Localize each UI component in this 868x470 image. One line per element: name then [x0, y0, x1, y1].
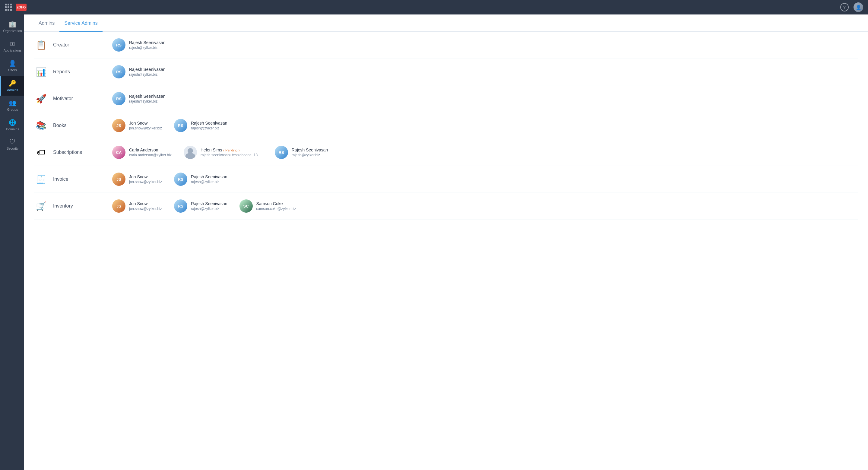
help-icon[interactable]: ?: [840, 3, 849, 11]
admin-info-rajesh4: Rajesh Seenivasan rajesh@zylker.biz: [191, 121, 227, 130]
admin-item-jon3: JS Jon Snow jon.snow@zylker.biz: [112, 199, 162, 213]
admin-email-helen1: rajesh.seenivasan+testzohoone_18_...: [200, 153, 263, 157]
admins-list-subscriptions: CA Carla Anderson carla.anderson@zylker.…: [112, 146, 858, 159]
tabs: AdminsService Admins: [24, 14, 868, 32]
tab-service-admins[interactable]: Service Admins: [59, 14, 102, 32]
sidebar-item-organization[interactable]: 🏢 Organization: [0, 17, 24, 36]
zoho-logo-box: ZOHO: [16, 4, 27, 11]
service-name-inventory: Inventory: [53, 203, 73, 209]
avatar-rajesh4: RS: [174, 119, 187, 132]
avatar-rajesh1: RS: [112, 38, 125, 52]
avatar-rajesh5: RS: [275, 146, 288, 159]
sidebar-label-users: Users: [8, 68, 17, 72]
admin-name-carla1: Carla Anderson: [129, 148, 172, 152]
admin-name-rajesh2: Rajesh Seenivasan: [129, 67, 165, 72]
sidebar-label-security: Security: [7, 147, 19, 151]
sidebar-item-users[interactable]: 👤 Users: [0, 56, 24, 76]
sidebar-item-admins[interactable]: 🔑 Admins: [0, 76, 24, 96]
service-row-inventory: 🛒 Inventory JS Jon Snow jon.snow@zylker.…: [34, 193, 858, 220]
security-icon: 🛡: [10, 138, 16, 146]
sidebar-item-domains[interactable]: 🌐 Domains: [0, 115, 24, 135]
service-row-books: 📚 Books JS Jon Snow jon.snow@zylker.biz …: [34, 112, 858, 139]
user-avatar[interactable]: 👤: [854, 2, 863, 12]
service-name-col-creator: 📋 Creator: [34, 38, 112, 52]
admin-name-rajesh6: Rajesh Seenivasan: [191, 175, 227, 179]
service-name-creator: Creator: [53, 42, 69, 48]
admin-info-jon2: Jon Snow jon.snow@zylker.biz: [129, 175, 162, 184]
service-row-subscriptions: 🏷 Subscriptions CA Carla Anderson carla.…: [34, 139, 858, 166]
service-icon-subscriptions: 🏷: [34, 145, 48, 160]
avatar-helen1: [184, 146, 197, 159]
admin-item-rajesh7: RS Rajesh Seenivasan rajesh@zylker.biz: [174, 199, 227, 213]
service-name-invoice: Invoice: [53, 177, 68, 182]
pending-badge-helen1: ( Pending ): [223, 149, 240, 152]
topbar: ZOHO ? 👤: [0, 0, 868, 14]
service-name-books: Books: [53, 123, 66, 128]
domains-icon: 🌐: [9, 119, 16, 126]
admin-email-rajesh3: rajesh@zylker.biz: [129, 99, 165, 103]
admin-info-jon1: Jon Snow jon.snow@zylker.biz: [129, 121, 162, 130]
sidebar-label-organization: Organization: [3, 29, 22, 33]
admin-item-jon2: JS Jon Snow jon.snow@zylker.biz: [112, 173, 162, 186]
admin-item-rajesh6: RS Rajesh Seenivasan rajesh@zylker.biz: [174, 173, 227, 186]
admins-list-creator: RS Rajesh Seenivasan rajesh@zylker.biz: [112, 38, 858, 52]
admin-email-jon2: jon.snow@zylker.biz: [129, 180, 162, 184]
admin-name-rajesh4: Rajesh Seenivasan: [191, 121, 227, 125]
service-name-col-inventory: 🛒 Inventory: [34, 199, 112, 213]
admin-item-jon1: JS Jon Snow jon.snow@zylker.biz: [112, 119, 162, 132]
admin-name-jon3: Jon Snow: [129, 201, 162, 206]
service-name-col-invoice: 🧾 Invoice: [34, 172, 112, 186]
avatar-rajesh7: RS: [174, 199, 187, 213]
sidebar-item-groups[interactable]: 👥 Groups: [0, 96, 24, 115]
service-name-col-books: 📚 Books: [34, 118, 112, 133]
admins-list-inventory: JS Jon Snow jon.snow@zylker.biz RS Rajes…: [112, 199, 858, 213]
service-name-motivator: Motivator: [53, 96, 73, 101]
sidebar-item-applications[interactable]: ⊞ Applications: [0, 36, 24, 56]
admin-info-samson1: Samson Coke samson.coke@zylker.biz: [256, 201, 296, 211]
admin-email-rajesh4: rajesh@zylker.biz: [191, 126, 227, 130]
admin-info-rajesh2: Rajesh Seenivasan rajesh@zylker.biz: [129, 67, 165, 76]
tab-admins[interactable]: Admins: [34, 14, 59, 32]
avatar-rajesh3: RS: [112, 92, 125, 105]
admin-info-rajesh7: Rajesh Seenivasan rajesh@zylker.biz: [191, 201, 227, 211]
service-name-col-subscriptions: 🏷 Subscriptions: [34, 145, 112, 160]
grid-menu-icon[interactable]: [5, 4, 12, 11]
service-name-col-motivator: 🚀 Motivator: [34, 91, 112, 106]
admin-email-jon3: jon.snow@zylker.biz: [129, 207, 162, 211]
service-icon-creator: 📋: [34, 38, 48, 52]
service-icon-reports: 📊: [34, 65, 48, 79]
admin-name-helen1: Helen Sims( Pending ): [200, 148, 263, 152]
admin-name-rajesh5: Rajesh Seenivasan: [292, 148, 328, 152]
avatar-jon1: JS: [112, 119, 125, 132]
admins-list-reports: RS Rajesh Seenivasan rajesh@zylker.biz: [112, 65, 858, 79]
service-row-reports: 📊 Reports RS Rajesh Seenivasan rajesh@zy…: [34, 59, 858, 85]
admin-email-jon1: jon.snow@zylker.biz: [129, 126, 162, 130]
service-name-col-reports: 📊 Reports: [34, 65, 112, 79]
admin-info-helen1: Helen Sims( Pending ) rajesh.seenivasan+…: [200, 148, 263, 157]
admin-info-rajesh6: Rajesh Seenivasan rajesh@zylker.biz: [191, 175, 227, 184]
admin-info-carla1: Carla Anderson carla.anderson@zylker.biz: [129, 148, 172, 157]
topbar-left: ZOHO: [5, 4, 29, 11]
logo: ZOHO: [16, 4, 29, 11]
admin-name-rajesh3: Rajesh Seenivasan: [129, 94, 165, 99]
admin-item-rajesh5: RS Rajesh Seenivasan rajesh@zylker.biz: [275, 146, 328, 159]
admin-info-rajesh3: Rajesh Seenivasan rajesh@zylker.biz: [129, 94, 165, 103]
admin-name-samson1: Samson Coke: [256, 201, 296, 206]
avatar-rajesh2: RS: [112, 65, 125, 79]
admin-item-rajesh3: RS Rajesh Seenivasan rajesh@zylker.biz: [112, 92, 165, 105]
groups-icon: 👥: [9, 99, 16, 106]
admin-item-rajesh1: RS Rajesh Seenivasan rajesh@zylker.biz: [112, 38, 165, 52]
service-icon-motivator: 🚀: [34, 91, 48, 106]
admin-info-jon3: Jon Snow jon.snow@zylker.biz: [129, 201, 162, 211]
avatar-samson1: SC: [240, 199, 253, 213]
sidebar-item-security[interactable]: 🛡 Security: [0, 135, 24, 154]
service-icon-inventory: 🛒: [34, 199, 48, 213]
admin-email-samson1: samson.coke@zylker.biz: [256, 207, 296, 211]
avatar-jon2: JS: [112, 173, 125, 186]
admin-email-rajesh2: rajesh@zylker.biz: [129, 72, 165, 76]
sidebar: 🏢 Organization ⊞ Applications 👤 Users 🔑 …: [0, 14, 24, 470]
admin-item-rajesh4: RS Rajesh Seenivasan rajesh@zylker.biz: [174, 119, 227, 132]
topbar-right: ? 👤: [831, 2, 863, 12]
sidebar-label-domains: Domains: [6, 127, 19, 131]
admins-list-motivator: RS Rajesh Seenivasan rajesh@zylker.biz: [112, 92, 858, 105]
